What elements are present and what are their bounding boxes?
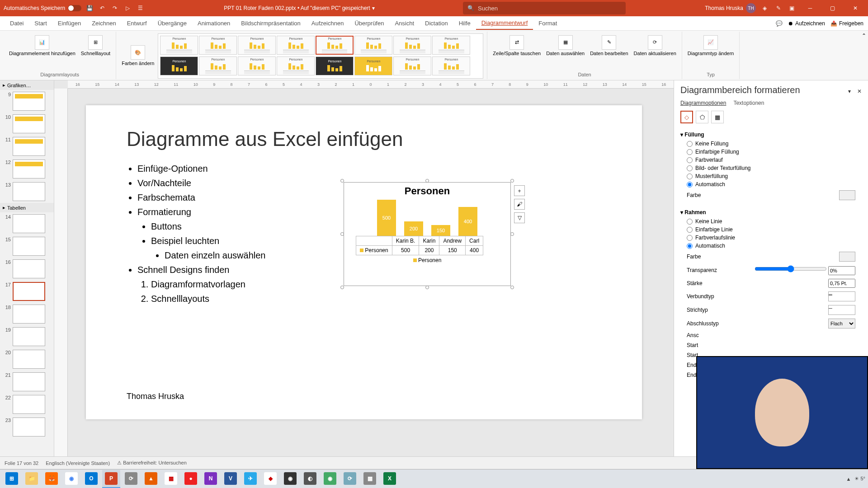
tab-entwurf[interactable]: Entwurf <box>122 17 152 29</box>
section-header-tabellen[interactable]: ▸ Tabellen <box>0 203 54 212</box>
pane-close-icon[interactable]: ✕ <box>857 88 862 94</box>
tab-start[interactable]: Start <box>29 17 52 29</box>
outlook-icon[interactable]: O <box>82 470 100 488</box>
tab-animationen[interactable]: Animationen <box>192 17 236 29</box>
chart-style-6[interactable]: Personen <box>354 36 392 55</box>
powerpoint-icon[interactable]: P <box>102 470 120 488</box>
slide-thumb-15[interactable]: 15 <box>0 235 54 258</box>
pane-menu-icon[interactable]: ▾ <box>848 88 851 94</box>
slide-thumb-23[interactable]: 23 <box>0 416 54 438</box>
obs-icon[interactable]: ◉ <box>281 470 299 488</box>
slide-thumb-21[interactable]: 21 <box>0 371 54 393</box>
tab-zeichnen[interactable]: Zeichnen <box>86 17 121 29</box>
tab-text-options[interactable]: Textoptionen <box>733 100 764 106</box>
tab-ueberpruefen[interactable]: Überprüfen <box>349 17 389 29</box>
comments-icon[interactable]: 💬 <box>776 20 783 27</box>
chart-style-16[interactable]: Personen <box>432 56 470 75</box>
window-icon[interactable]: ▣ <box>788 4 797 13</box>
explorer-icon[interactable]: 📁 <box>23 470 41 488</box>
tab-dictation[interactable]: Dictation <box>420 17 453 29</box>
minimize-button[interactable]: ─ <box>801 0 819 16</box>
border-color-button[interactable] <box>839 252 855 262</box>
filename-area[interactable]: PPT 01 Roter Faden 002.pptx • Auf "diese… <box>224 5 374 11</box>
language-status[interactable]: Englisch (Vereinigte Staaten) <box>46 460 110 466</box>
slide-counter[interactable]: Folie 17 von 32 <box>5 460 38 466</box>
weather-widget[interactable]: ☀ 5° <box>854 476 865 482</box>
slide-canvas[interactable]: Diagramme aus Excel einfügen Einfüge-Opt… <box>86 105 642 419</box>
search-box[interactable]: 🔍 <box>463 2 626 14</box>
transparency-slider[interactable] <box>755 265 827 272</box>
tab-uebergaenge[interactable]: Übergänge <box>152 17 192 29</box>
fill-opt-pattern[interactable]: Musterfüllung <box>680 172 862 180</box>
user-account[interactable]: Thomas Hruska TH <box>705 3 756 13</box>
tab-diagrammentwurf[interactable]: Diagrammentwurf <box>476 17 533 30</box>
fill-color-button[interactable] <box>839 190 855 200</box>
border-section-header[interactable]: ▾ Rahmen <box>680 207 862 217</box>
vlc-icon[interactable]: ▲ <box>142 470 160 488</box>
from-start-icon[interactable]: ▷ <box>123 4 132 13</box>
fill-opt-solid[interactable]: Einfarbige Füllung <box>680 148 862 156</box>
maximize-button[interactable]: ▢ <box>824 0 842 16</box>
chart-style-1[interactable]: Personen <box>160 36 198 55</box>
chart-style-4[interactable]: Personen <box>277 36 315 55</box>
chrome-icon[interactable]: ◉ <box>62 470 80 488</box>
app-icon-14[interactable]: ◆ <box>261 470 279 488</box>
chevron-down-icon[interactable]: ▾ <box>372 5 375 11</box>
app-icon-9[interactable]: ▦ <box>162 470 180 488</box>
width-input[interactable] <box>828 279 855 288</box>
slide-thumb-13[interactable]: 13 <box>0 180 54 203</box>
slide-thumb-11[interactable]: 11 <box>0 135 54 158</box>
collapse-ribbon-button[interactable]: ⌃ <box>862 33 866 39</box>
app-icon-7[interactable]: ⟳ <box>122 470 140 488</box>
embedded-chart[interactable]: Personen 500 200 150 400 Karin B.KarinAn… <box>344 182 511 286</box>
chart-style-13[interactable]: Personen <box>316 56 354 75</box>
fill-section-header[interactable]: ▾ Füllung <box>680 130 862 140</box>
start-button[interactable]: ⊞ <box>3 470 21 488</box>
app-icon-18[interactable]: ⟳ <box>341 470 359 488</box>
dash-select[interactable]: ─ <box>828 305 855 315</box>
search-input[interactable] <box>478 5 621 12</box>
excel-icon[interactable]: X <box>381 470 399 488</box>
slide-thumb-14[interactable]: 14 <box>0 212 54 235</box>
tab-format[interactable]: Format <box>533 17 562 29</box>
chart-elements-button[interactable]: ＋ <box>514 185 525 196</box>
slide-thumb-22[interactable]: 22 <box>0 393 54 416</box>
cap-select[interactable]: Flach <box>828 319 855 328</box>
add-chart-element-button[interactable]: 📊 Diagrammelement hinzufügen <box>7 33 77 58</box>
pen-icon[interactable]: ✎ <box>774 4 783 13</box>
app-icon-10[interactable]: ● <box>182 470 200 488</box>
slide-editor[interactable]: 1615141312111098765432101234567891011121… <box>54 80 674 456</box>
app-icon-19[interactable]: ▦ <box>361 470 379 488</box>
switch-row-col-button[interactable]: ⇄Zeile/Spalte tauschen <box>491 33 542 58</box>
fill-opt-auto[interactable]: Automatisch <box>680 180 862 188</box>
autosave-toggle[interactable]: Automatisches Speichern <box>4 5 81 11</box>
quick-layout-button[interactable]: ⊞ Schnelllayout <box>79 33 112 58</box>
app-icon-16[interactable]: ◐ <box>301 470 319 488</box>
transparency-input[interactable] <box>828 266 855 275</box>
effects-icon[interactable]: ⬠ <box>696 111 708 123</box>
fill-opt-picture[interactable]: Bild- oder Texturfüllung <box>680 164 862 172</box>
slide-thumbnail-panel[interactable]: ▸ Grafiken… 9 10 11 12 13 ▸ Tabellen 14 … <box>0 80 54 456</box>
size-icon[interactable]: ▦ <box>711 111 724 123</box>
onenote-icon[interactable]: N <box>202 470 220 488</box>
record-button[interactable]: ⏺ Aufzeichnen <box>788 20 825 27</box>
tab-einfuegen[interactable]: Einfügen <box>52 17 86 29</box>
tray-icon[interactable]: ▲ <box>846 476 851 482</box>
firefox-icon[interactable]: 🦊 <box>42 470 61 488</box>
compound-select[interactable]: ═ <box>828 291 855 301</box>
toggle-switch[interactable] <box>68 5 81 11</box>
chart-style-14[interactable]: Personen <box>354 56 392 75</box>
fill-line-icon[interactable]: ◇ <box>680 111 693 123</box>
tab-ansicht[interactable]: Ansicht <box>389 17 420 29</box>
tab-bildschirmpraesentation[interactable]: Bildschirmpräsentation <box>236 17 306 29</box>
chart-style-15[interactable]: Personen <box>393 56 431 75</box>
border-opt-gradient[interactable]: Farbverlaufslinie <box>680 234 862 242</box>
slide-thumb-19[interactable]: 19 <box>0 325 54 348</box>
chart-style-12[interactable]: Personen <box>277 56 315 75</box>
visio-icon[interactable]: V <box>222 470 240 488</box>
slide-thumb-9[interactable]: 9 <box>0 90 54 113</box>
close-button[interactable]: ✕ <box>846 0 864 16</box>
chart-style-10[interactable]: Personen <box>199 56 237 75</box>
touch-mode-icon[interactable]: ☰ <box>136 4 145 13</box>
share-button[interactable]: 📤 Freigeben <box>830 20 863 27</box>
